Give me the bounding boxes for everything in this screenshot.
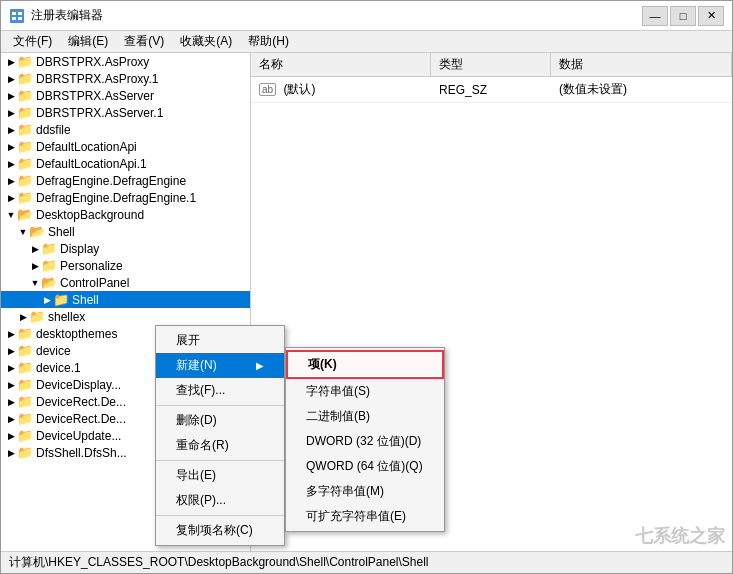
expand-icon[interactable]: ▶: [5, 108, 17, 118]
expand-icon[interactable]: ▶: [5, 142, 17, 152]
ctx-copy-label: 复制项名称(C): [176, 522, 253, 539]
submenu-dword[interactable]: DWORD (32 位值)(D): [286, 429, 444, 454]
submenu-expand-str-label: 可扩充字符串值(E): [306, 508, 406, 525]
ctx-permissions-label: 权限(P)...: [176, 492, 226, 509]
expand-icon[interactable]: ▶: [5, 57, 17, 67]
item-label: Shell: [48, 225, 75, 239]
list-item[interactable]: ▶ 📁 DBRSTPRX.AsServer: [1, 87, 250, 104]
submenu-binary[interactable]: 二进制值(B): [286, 404, 444, 429]
folder-icon: 📁: [17, 71, 33, 86]
list-item[interactable]: ▶ 📁 DBRSTPRX.AsProxy: [1, 53, 250, 70]
menu-favorites[interactable]: 收藏夹(A): [172, 31, 240, 52]
submenu-qword[interactable]: QWORD (64 位值)(Q): [286, 454, 444, 479]
expand-icon[interactable]: ▶: [5, 414, 17, 424]
folder-icon: 📂: [17, 207, 33, 222]
app-icon: [9, 8, 25, 24]
item-label: device: [36, 344, 71, 358]
maximize-button[interactable]: □: [670, 6, 696, 26]
list-item[interactable]: ▼ 📂 Shell: [1, 223, 250, 240]
expand-icon[interactable]: ▶: [5, 397, 17, 407]
expand-icon[interactable]: ▶: [5, 176, 17, 186]
ctx-separator3: [156, 515, 284, 516]
minimize-button[interactable]: —: [642, 6, 668, 26]
ctx-new[interactable]: 新建(N) ▶: [156, 353, 284, 378]
expand-icon[interactable]: ▶: [5, 448, 17, 458]
context-menu: 展开 新建(N) ▶ 查找(F)... 删除(D) 重命名(R) 导出(E) 权…: [155, 325, 285, 546]
item-label: DBRSTPRX.AsProxy.1: [36, 72, 158, 86]
expand-icon[interactable]: ▶: [5, 125, 17, 135]
ctx-expand[interactable]: 展开: [156, 328, 284, 353]
list-item[interactable]: ▶ 📁 Display: [1, 240, 250, 257]
item-label: DesktopBackground: [36, 208, 144, 222]
window-title: 注册表编辑器: [31, 7, 103, 24]
submenu-expand-str[interactable]: 可扩充字符串值(E): [286, 504, 444, 529]
svg-rect-1: [12, 12, 16, 15]
folder-icon: 📁: [17, 326, 33, 341]
folder-icon: 📁: [17, 190, 33, 205]
item-label: DeviceRect.De...: [36, 412, 126, 426]
ctx-separator: [156, 405, 284, 406]
list-item[interactable]: ▶ 📁 DBRSTPRX.AsServer.1: [1, 104, 250, 121]
col-type[interactable]: 类型: [431, 53, 551, 76]
item-label: DefaultLocationApi.1: [36, 157, 147, 171]
submenu-multi[interactable]: 多字符串值(M): [286, 479, 444, 504]
folder-icon: 📁: [17, 445, 33, 460]
ctx-new-label: 新建(N): [176, 357, 217, 374]
menu-view[interactable]: 查看(V): [116, 31, 172, 52]
menu-help[interactable]: 帮助(H): [240, 31, 297, 52]
folder-icon: 📂: [29, 224, 45, 239]
ctx-permissions[interactable]: 权限(P)...: [156, 488, 284, 513]
ctx-export[interactable]: 导出(E): [156, 463, 284, 488]
list-item[interactable]: ▶ 📁 DBRSTPRX.AsProxy.1: [1, 70, 250, 87]
ctx-delete[interactable]: 删除(D): [156, 408, 284, 433]
col-data[interactable]: 数据: [551, 53, 732, 76]
list-item-shell-selected[interactable]: ▶ 📁 Shell: [1, 291, 250, 308]
submenu-key[interactable]: 项(K): [286, 350, 444, 379]
svg-rect-4: [18, 17, 22, 20]
expand-icon[interactable]: ▶: [17, 312, 29, 322]
menu-edit[interactable]: 编辑(E): [60, 31, 116, 52]
close-button[interactable]: ✕: [698, 6, 724, 26]
ctx-separator2: [156, 460, 284, 461]
expand-icon[interactable]: ▼: [29, 278, 41, 288]
expand-icon[interactable]: ▶: [29, 261, 41, 271]
expand-icon[interactable]: ▶: [5, 193, 17, 203]
list-item[interactable]: ▶ 📁 DefragEngine.DefragEngine.1: [1, 189, 250, 206]
list-item[interactable]: ▼ 📂 DesktopBackground: [1, 206, 250, 223]
list-item[interactable]: ▶ 📁 Personalize: [1, 257, 250, 274]
folder-icon: 📁: [17, 377, 33, 392]
menu-file[interactable]: 文件(F): [5, 31, 60, 52]
expand-icon[interactable]: ▶: [5, 431, 17, 441]
expand-icon[interactable]: ▶: [5, 363, 17, 373]
list-item[interactable]: ▶ 📁 ddsfile: [1, 121, 250, 138]
col-name[interactable]: 名称: [251, 53, 431, 76]
item-label: DBRSTPRX.AsServer: [36, 89, 154, 103]
expand-icon[interactable]: ▼: [17, 227, 29, 237]
expand-icon[interactable]: ▶: [5, 91, 17, 101]
item-label: DefragEngine.DefragEngine.1: [36, 191, 196, 205]
list-item[interactable]: ▶ 📁 DefaultLocationApi: [1, 138, 250, 155]
table-row[interactable]: ab (默认) REG_SZ (数值未设置): [251, 77, 732, 103]
list-item[interactable]: ▶ 📁 DefaultLocationApi.1: [1, 155, 250, 172]
expand-icon[interactable]: ▶: [5, 380, 17, 390]
list-item[interactable]: ▶ 📁 shellex: [1, 308, 250, 325]
expand-icon[interactable]: ▶: [5, 346, 17, 356]
submenu-string[interactable]: 字符串值(S): [286, 379, 444, 404]
expand-icon[interactable]: ▶: [5, 329, 17, 339]
ctx-find[interactable]: 查找(F)...: [156, 378, 284, 403]
expand-icon[interactable]: ▶: [29, 244, 41, 254]
list-item[interactable]: ▼ 📂 ControlPanel: [1, 274, 250, 291]
ctx-rename[interactable]: 重命名(R): [156, 433, 284, 458]
svg-rect-2: [18, 12, 22, 15]
ab-icon: ab: [259, 83, 276, 96]
expand-icon[interactable]: ▼: [5, 210, 17, 220]
expand-icon[interactable]: ▶: [5, 159, 17, 169]
item-label: DefaultLocationApi: [36, 140, 137, 154]
folder-icon: 📁: [17, 428, 33, 443]
svg-rect-3: [12, 17, 16, 20]
expand-icon[interactable]: ▶: [41, 295, 53, 305]
list-item[interactable]: ▶ 📁 DefragEngine.DefragEngine: [1, 172, 250, 189]
statusbar: 计算机\HKEY_CLASSES_ROOT\DesktopBackground\…: [1, 551, 732, 573]
expand-icon[interactable]: ▶: [5, 74, 17, 84]
ctx-copy[interactable]: 复制项名称(C): [156, 518, 284, 543]
